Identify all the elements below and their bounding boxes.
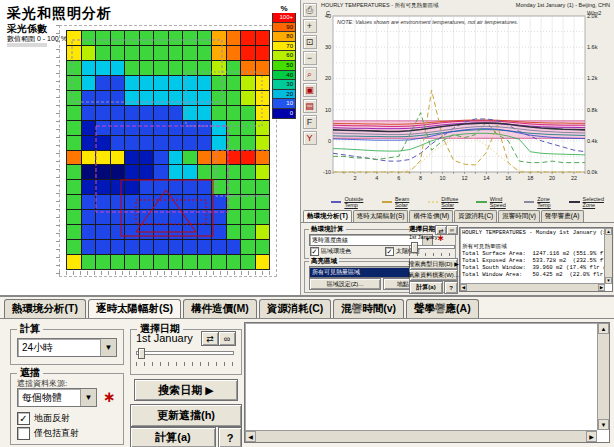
heatmap-cell [183, 46, 197, 60]
heatmap-cell [183, 31, 197, 45]
daylight-title: 采光和照明分析 [7, 5, 112, 23]
heatmap-cell [96, 255, 110, 269]
tab-4[interactable]: 資源消耗(C) [454, 210, 497, 222]
x-tick: 18 [527, 175, 533, 181]
display-settings-icon[interactable]: ▣ [303, 83, 317, 97]
zoom-out-icon[interactable]: − [303, 51, 317, 65]
ecotect-window: 采光和照明分析 采光係數 數值範圍 0 - 100 % % 100+908070… [0, 0, 614, 447]
scroll-left-arrow[interactable]: ◀ [245, 431, 256, 442]
animate-button[interactable]: ⇄ [201, 331, 219, 346]
heatmap-cell [198, 240, 212, 254]
grid-icon[interactable]: F [303, 115, 317, 129]
slider-thumb[interactable] [138, 348, 145, 359]
ground-reflection-checkbox[interactable]: ✓ 地面反射 [17, 412, 70, 425]
chevron-down-icon[interactable]: ▼ [80, 389, 96, 406]
tab-6[interactable]: 聲學響應(A) [541, 210, 584, 222]
heatmap-cell [67, 180, 81, 194]
date-select-small: 選擇日期 1st January ⇄ ∞ 搜索典型日期(D) ▶ 氣象資料檔案(… [409, 225, 457, 240]
scatter-points-icon[interactable]: ∗ [103, 388, 116, 406]
tab-1[interactable]: 熱環境分析(T) [303, 210, 352, 222]
tab-3[interactable]: 構件造價(M) [409, 210, 453, 222]
heatmap-cell [125, 255, 139, 269]
scroll-left-arrow[interactable]: ◀ [460, 284, 467, 291]
tab-1[interactable]: 熱環境分析(T) [4, 299, 86, 318]
date-slider[interactable] [409, 242, 455, 251]
print-icon[interactable]: ⎙ [303, 3, 317, 17]
tab-3[interactable]: 構件造價(M) [183, 299, 257, 318]
calculate-button[interactable]: 計算(a) [130, 427, 216, 447]
axis-icon[interactable]: Y [303, 131, 317, 145]
heatmap-cell [227, 46, 241, 60]
calculate-button-small[interactable]: 計算(a) [409, 281, 443, 294]
heatmap-cell [111, 255, 125, 269]
legend-entry: 50 [272, 61, 296, 71]
tabs-divider [0, 318, 614, 319]
analysis-output-box[interactable]: HOURLY TEMPERATURES - Monday 1st January… [459, 227, 613, 292]
heatmap-cell [96, 136, 110, 150]
scroll-right-arrow[interactable]: ▶ [598, 284, 605, 291]
help-button-small[interactable]: ? [444, 281, 458, 294]
heatmap-cell [212, 91, 226, 105]
zoom-window-icon[interactable]: ⌕ [303, 67, 317, 81]
heatmap-cell [96, 240, 110, 254]
horizontal-scrollbar[interactable]: ◀ ▶ [245, 430, 597, 442]
slider-track[interactable] [136, 351, 234, 355]
loop-button[interactable]: ∞ [218, 331, 236, 346]
vertical-scrollbar[interactable]: ▲ ▼ [604, 228, 612, 284]
scroll-down-arrow[interactable]: ▼ [598, 419, 609, 430]
date-slider[interactable] [136, 348, 234, 358]
heatmap-cell [198, 61, 212, 75]
tab-5[interactable]: 混響時間(v) [333, 299, 404, 318]
heatmap-cell [169, 76, 183, 90]
shading-source-dropdown[interactable]: 每個物體 ▼ [17, 388, 97, 407]
scroll-up-arrow[interactable]: ▲ [605, 228, 612, 235]
heatmap-cell [198, 91, 212, 105]
zoom-in-icon[interactable]: + [303, 19, 317, 33]
tab-6[interactable]: 聲學響應(A) [406, 299, 479, 318]
checkbox-box[interactable] [17, 427, 30, 440]
heatmap-cell [212, 240, 226, 254]
tab-4[interactable]: 資源消耗(C) [259, 299, 332, 318]
direct-only-checkbox[interactable]: 僅包括直射 [17, 427, 79, 440]
checkbox-box[interactable]: ✓ [385, 247, 394, 256]
results-output-box[interactable]: ▲ ▼ ◀ ▶ [244, 322, 610, 443]
tab-2[interactable]: 逐時太陽輻射(S) [88, 299, 181, 318]
calc-period-dropdown[interactable]: 24小時 ▼ [17, 338, 117, 357]
update-shading-button[interactable]: 更新遮擋(h) [130, 404, 242, 427]
heatmap-cell [198, 151, 212, 165]
zone-color-checkbox[interactable]: ✓ 區域環境色 [310, 247, 351, 256]
weather-file-button[interactable]: 氣象資料檔案(W)... [409, 269, 458, 281]
scroll-up-arrow[interactable]: ▲ [598, 323, 609, 334]
help-button[interactable]: ? [218, 427, 242, 447]
heatmap-cell [154, 151, 168, 165]
heatmap-cell [111, 240, 125, 254]
x-tick: 22 [571, 175, 577, 181]
horizontal-scrollbar[interactable]: ◀ ▶ [460, 283, 605, 291]
heatmap-cell [227, 91, 241, 105]
slider-thumb[interactable] [411, 242, 418, 253]
zone-settings-button[interactable]: 區域設定(Z)... [309, 278, 381, 290]
checkbox-box[interactable]: ✓ [17, 412, 30, 425]
tab-5[interactable]: 混響時間(v) [498, 210, 540, 222]
chevron-down-icon[interactable]: ▼ [100, 339, 116, 356]
search-date-button[interactable]: 搜索日期 ▶ [134, 379, 238, 401]
date-select-group: 選擇日期 1st January ⇄ ∞ [130, 329, 242, 375]
checkbox-box[interactable]: ✓ [310, 247, 319, 256]
heatmap-cell [82, 61, 96, 75]
heatmap-cell [96, 195, 110, 209]
heatmap-cell [140, 106, 154, 120]
scroll-right-arrow[interactable]: ▶ [586, 431, 597, 442]
scroll-down-arrow[interactable]: ▼ [605, 277, 612, 284]
export-icon[interactable]: ▤ [303, 99, 317, 113]
zoom-extents-icon[interactable]: ⊡ [303, 35, 317, 49]
heatmap-cell [212, 61, 226, 75]
heatmap-cell [169, 31, 183, 45]
heatmap-cell [125, 76, 139, 90]
heatmap-cell [154, 121, 168, 135]
heatmap-cell [198, 210, 212, 224]
heatmap-cell [169, 136, 183, 150]
heatmap-cell [82, 180, 96, 194]
tab-2[interactable]: 逐時太陽輻射(S) [353, 210, 409, 222]
vertical-scrollbar[interactable]: ▲ ▼ [597, 323, 609, 430]
loop-button[interactable]: ∞ [446, 225, 458, 235]
